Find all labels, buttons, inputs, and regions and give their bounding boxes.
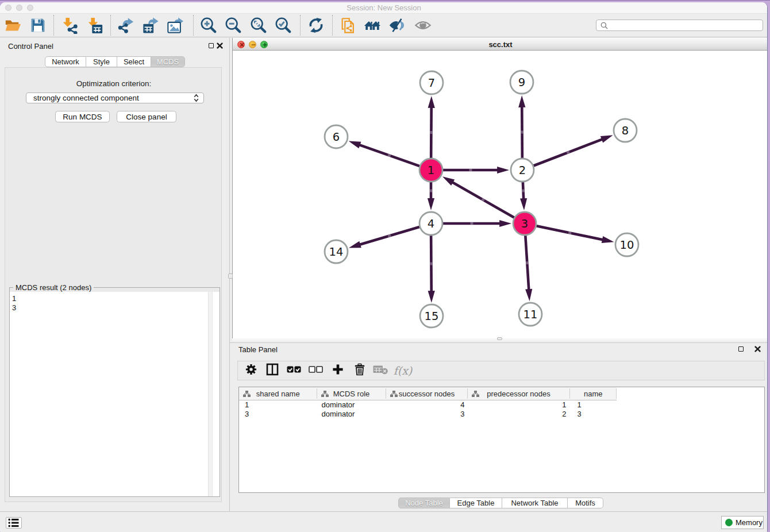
zoom-out-button[interactable] bbox=[223, 16, 244, 35]
horizontal-split-divider[interactable] bbox=[232, 338, 768, 341]
table-settings-button[interactable] bbox=[245, 364, 257, 378]
memory-button[interactable]: Memory bbox=[721, 516, 764, 529]
table-cell[interactable]: dominator bbox=[317, 410, 386, 419]
column-label: predecessor nodes bbox=[468, 387, 570, 400]
table-cell[interactable]: 4 bbox=[386, 400, 468, 410]
graph-node-10[interactable]: 10 bbox=[615, 233, 638, 256]
table-cell[interactable]: 1 bbox=[570, 400, 617, 410]
graph-node-6[interactable]: 6 bbox=[325, 125, 348, 148]
table-cell[interactable]: dominator bbox=[317, 400, 386, 410]
graph-node-1[interactable]: 1 bbox=[419, 159, 442, 182]
tab-edge-table[interactable]: Edge Table bbox=[450, 498, 502, 508]
column-header-name[interactable]: name bbox=[570, 387, 617, 400]
node-table[interactable]: shared nameMCDS rolesuccessor nodesprede… bbox=[238, 387, 765, 493]
table-cell[interactable]: 1 bbox=[239, 400, 317, 410]
graph-node-11[interactable]: 11 bbox=[519, 303, 542, 326]
table-cell[interactable]: 1 bbox=[468, 400, 570, 410]
export-table-button[interactable] bbox=[140, 16, 161, 35]
open-in-web-button[interactable] bbox=[337, 16, 358, 35]
show-details-button[interactable] bbox=[413, 16, 433, 35]
table-row[interactable]: 3dominator323 bbox=[239, 410, 764, 419]
export-image-button[interactable] bbox=[165, 16, 186, 35]
node-label: 7 bbox=[428, 76, 435, 90]
tab-network-table[interactable]: Network Table bbox=[502, 498, 568, 508]
graph-node-15[interactable]: 15 bbox=[420, 304, 443, 327]
open-session-button[interactable] bbox=[2, 16, 23, 35]
save-icon bbox=[29, 17, 47, 34]
table-cell[interactable]: 3 bbox=[570, 410, 617, 419]
mcds-result-title: MCDS result (2 nodes) bbox=[13, 283, 94, 292]
network-graph[interactable]: 1234678910111415 bbox=[233, 51, 767, 338]
mcds-result-item[interactable]: 3 bbox=[12, 303, 16, 313]
tab-network[interactable]: Network bbox=[45, 56, 86, 67]
node-label: 2 bbox=[519, 164, 526, 177]
search-input[interactable] bbox=[596, 20, 763, 31]
select-all-button[interactable] bbox=[287, 365, 302, 376]
graph-node-8[interactable]: 8 bbox=[614, 119, 637, 142]
mcds-tab-panel: Optimization criterion: strongly connect… bbox=[5, 67, 222, 502]
edge-arrowhead bbox=[497, 167, 509, 174]
export-network-icon bbox=[117, 17, 134, 34]
split-handle[interactable] bbox=[497, 337, 502, 340]
graph-node-4[interactable]: 4 bbox=[419, 212, 442, 235]
node-label: 14 bbox=[329, 245, 344, 259]
control-panel-close-icon[interactable] bbox=[217, 43, 223, 49]
apply-layout-button[interactable] bbox=[306, 16, 326, 35]
add-column-button[interactable] bbox=[332, 364, 344, 378]
export-network-button[interactable] bbox=[116, 16, 136, 35]
graph-node-3[interactable]: 3 bbox=[513, 212, 536, 235]
import-network-button[interactable] bbox=[59, 16, 80, 35]
clear-table-button[interactable] bbox=[373, 364, 388, 377]
mcds-result-scrollbar[interactable] bbox=[208, 292, 213, 496]
eye-slash-icon bbox=[388, 17, 406, 34]
column-header-successor-nodes[interactable]: successor nodes bbox=[386, 387, 468, 400]
zoom-in-button[interactable] bbox=[198, 16, 219, 35]
graph-node-7[interactable]: 7 bbox=[420, 71, 443, 94]
eye-icon bbox=[414, 17, 432, 34]
show-panels-button[interactable] bbox=[6, 517, 22, 529]
network-frame-titlebar[interactable]: scc.txt bbox=[232, 38, 768, 51]
table-cell[interactable]: 3 bbox=[386, 410, 468, 419]
show-columns-button[interactable] bbox=[266, 363, 279, 378]
import-table-button[interactable] bbox=[84, 16, 105, 35]
network-canvas[interactable]: 1234678910111415 bbox=[232, 51, 768, 338]
graph-node-14[interactable]: 14 bbox=[325, 240, 348, 263]
table-panel-float-icon[interactable] bbox=[738, 346, 744, 352]
tab-node-table[interactable]: Node Table bbox=[398, 498, 450, 508]
close-panel-button[interactable]: Close panel bbox=[117, 111, 176, 122]
function-builder-button[interactable]: f(x) bbox=[394, 364, 413, 377]
graph-node-2[interactable]: 2 bbox=[511, 159, 534, 182]
table-cell[interactable]: 2 bbox=[468, 410, 570, 419]
delete-column-button[interactable] bbox=[355, 363, 365, 378]
criterion-dropdown[interactable]: strongly connected component bbox=[26, 92, 204, 103]
mcds-result-list[interactable]: 13 bbox=[10, 292, 220, 496]
tab-select[interactable]: Select bbox=[117, 56, 151, 67]
search-field[interactable] bbox=[608, 21, 763, 29]
vertical-split-handle[interactable] bbox=[228, 273, 233, 279]
copy-network-icon bbox=[339, 17, 356, 34]
graph-node-9[interactable]: 9 bbox=[510, 71, 533, 94]
run-mcds-button[interactable]: Run MCDS bbox=[55, 111, 110, 122]
table-panel-close-icon[interactable] bbox=[754, 346, 761, 352]
deselect-all-button[interactable] bbox=[309, 365, 324, 376]
toolbar-separator bbox=[300, 15, 301, 36]
edge-arrowhead bbox=[602, 236, 614, 243]
zoom-selected-button[interactable] bbox=[273, 16, 294, 35]
table-cell[interactable]: 3 bbox=[239, 410, 317, 419]
table-row[interactable]: 1dominator411 bbox=[239, 400, 764, 410]
hide-details-button[interactable] bbox=[387, 16, 407, 35]
tab-mcds[interactable]: MCDS bbox=[151, 56, 185, 67]
control-panel-float-icon[interactable] bbox=[209, 43, 214, 48]
zoom-fit-button[interactable] bbox=[248, 16, 269, 35]
tab-style[interactable]: Style bbox=[86, 56, 117, 67]
column-header-shared-name[interactable]: shared name bbox=[239, 387, 317, 400]
edge-arrowhead bbox=[428, 198, 434, 210]
column-header-predecessor-nodes[interactable]: predecessor nodes bbox=[468, 387, 570, 400]
column-header-MCDS-role[interactable]: MCDS role bbox=[317, 387, 386, 400]
tab-motifs[interactable]: Motifs bbox=[568, 498, 603, 508]
save-session-button[interactable] bbox=[28, 16, 48, 35]
window-titlebar: Session: New Session bbox=[0, 2, 768, 13]
mcds-result-item[interactable]: 1 bbox=[12, 294, 16, 303]
home-button[interactable] bbox=[362, 16, 383, 35]
optimization-criterion-label: Optimization criterion: bbox=[5, 79, 222, 88]
